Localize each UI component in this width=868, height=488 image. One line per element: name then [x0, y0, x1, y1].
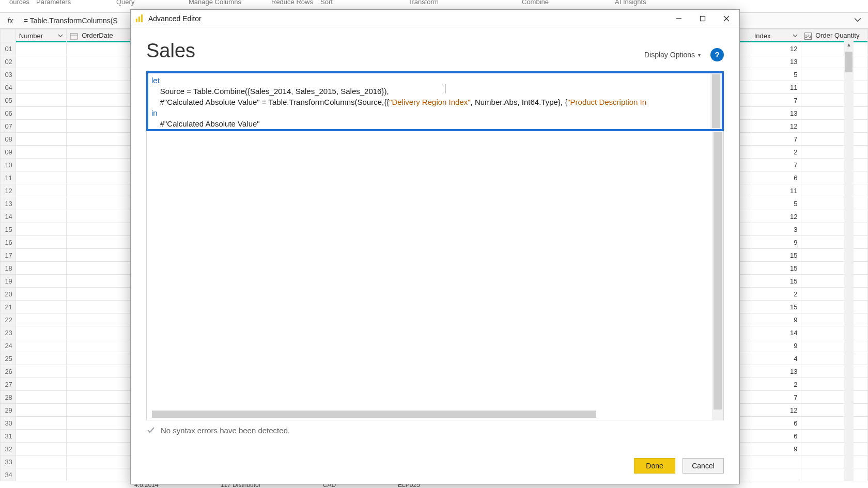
- formula-expand-button[interactable]: [847, 17, 868, 25]
- cell[interactable]: [801, 262, 867, 275]
- cell[interactable]: 7: [751, 133, 801, 146]
- cell[interactable]: [16, 391, 66, 404]
- cell[interactable]: [801, 326, 867, 339]
- cell[interactable]: 13: [751, 55, 801, 68]
- cell[interactable]: 14: [751, 326, 801, 339]
- cell[interactable]: [16, 468, 66, 481]
- cell[interactable]: [16, 430, 66, 443]
- cell[interactable]: [16, 313, 66, 326]
- cell[interactable]: 13: [751, 365, 801, 378]
- cell[interactable]: [16, 184, 66, 197]
- cell[interactable]: 7: [751, 159, 801, 171]
- cell[interactable]: [801, 94, 867, 107]
- cell[interactable]: [801, 455, 867, 468]
- cell[interactable]: [751, 455, 801, 468]
- cell[interactable]: 7: [751, 391, 801, 404]
- cell[interactable]: [801, 275, 867, 288]
- cell[interactable]: [801, 404, 867, 417]
- cell[interactable]: [801, 223, 867, 236]
- code-scrollbar-horizontal[interactable]: [152, 411, 596, 418]
- cell[interactable]: [801, 81, 867, 94]
- cell[interactable]: [16, 365, 66, 378]
- cell[interactable]: [16, 404, 66, 417]
- cell[interactable]: [801, 288, 867, 301]
- cell[interactable]: 3: [751, 223, 801, 236]
- column-header-index[interactable]: Index: [751, 29, 801, 42]
- cell[interactable]: 9: [751, 313, 801, 326]
- cancel-button[interactable]: Cancel: [683, 458, 724, 474]
- cell[interactable]: [801, 365, 867, 378]
- grid-scrollbar-vertical[interactable]: ▲ ▼: [844, 50, 854, 484]
- cell[interactable]: [16, 249, 66, 262]
- cell[interactable]: 15: [751, 249, 801, 262]
- cell[interactable]: [16, 120, 66, 133]
- cell[interactable]: [801, 352, 867, 365]
- cell[interactable]: 4: [751, 352, 801, 365]
- cell[interactable]: [801, 171, 867, 184]
- help-button[interactable]: ?: [710, 48, 724, 61]
- cell[interactable]: [801, 301, 867, 313]
- cell[interactable]: [801, 68, 867, 81]
- cell[interactable]: 12: [751, 42, 801, 55]
- cell[interactable]: [16, 275, 66, 288]
- scrollbar-thumb[interactable]: [714, 132, 722, 410]
- cell[interactable]: 2: [751, 378, 801, 391]
- cell[interactable]: [16, 262, 66, 275]
- cell[interactable]: 6: [751, 417, 801, 430]
- cell[interactable]: [801, 210, 867, 223]
- cell[interactable]: [16, 107, 66, 120]
- cell[interactable]: [16, 81, 66, 94]
- cell[interactable]: [16, 146, 66, 159]
- cell[interactable]: 11: [751, 81, 801, 94]
- cell[interactable]: [801, 197, 867, 210]
- cell[interactable]: 5: [751, 68, 801, 81]
- cell[interactable]: [801, 391, 867, 404]
- cell[interactable]: [801, 146, 867, 159]
- cell[interactable]: [16, 42, 66, 55]
- cell[interactable]: [801, 313, 867, 326]
- done-button[interactable]: Done: [634, 458, 675, 474]
- code-scrollbar-vertical[interactable]: [712, 131, 723, 420]
- minimize-button[interactable]: [667, 10, 691, 27]
- cell[interactable]: [16, 417, 66, 430]
- cell[interactable]: [801, 55, 867, 68]
- cell[interactable]: [801, 249, 867, 262]
- cell[interactable]: [801, 339, 867, 352]
- code-scrollbar-vertical[interactable]: [710, 73, 722, 129]
- cell[interactable]: 7: [751, 94, 801, 107]
- cell[interactable]: [801, 430, 867, 443]
- cell[interactable]: 12: [751, 404, 801, 417]
- cell[interactable]: 9: [751, 443, 801, 455]
- cell[interactable]: [16, 326, 66, 339]
- cell[interactable]: [16, 223, 66, 236]
- cell[interactable]: [16, 378, 66, 391]
- cell[interactable]: 5: [751, 197, 801, 210]
- cell[interactable]: [16, 133, 66, 146]
- cell[interactable]: [801, 159, 867, 171]
- cell[interactable]: 12: [751, 210, 801, 223]
- cell[interactable]: 15: [751, 262, 801, 275]
- code-editor-lower-region[interactable]: [146, 131, 724, 420]
- cell[interactable]: [16, 455, 66, 468]
- cell[interactable]: [16, 55, 66, 68]
- column-header-order-quantity[interactable]: 1²₃ Order Quantity: [801, 29, 867, 42]
- cell[interactable]: [16, 288, 66, 301]
- cell[interactable]: [801, 417, 867, 430]
- scrollbar-thumb[interactable]: [845, 52, 853, 72]
- cell[interactable]: 2: [751, 146, 801, 159]
- scroll-up-arrow[interactable]: ▲: [844, 40, 854, 50]
- cell[interactable]: 6: [751, 171, 801, 184]
- cell[interactable]: [16, 339, 66, 352]
- cell[interactable]: [16, 94, 66, 107]
- code-editor[interactable]: let Source = Table.Combine({Sales_2014, …: [148, 73, 708, 129]
- cell[interactable]: 2: [751, 288, 801, 301]
- cell[interactable]: [801, 133, 867, 146]
- cell[interactable]: 13: [751, 107, 801, 120]
- scrollbar-thumb[interactable]: [712, 74, 720, 128]
- maximize-button[interactable]: [691, 10, 715, 27]
- cell[interactable]: [801, 42, 867, 55]
- cell[interactable]: 6: [751, 430, 801, 443]
- cell[interactable]: 12: [751, 120, 801, 133]
- cell[interactable]: [16, 197, 66, 210]
- cell[interactable]: [801, 236, 867, 249]
